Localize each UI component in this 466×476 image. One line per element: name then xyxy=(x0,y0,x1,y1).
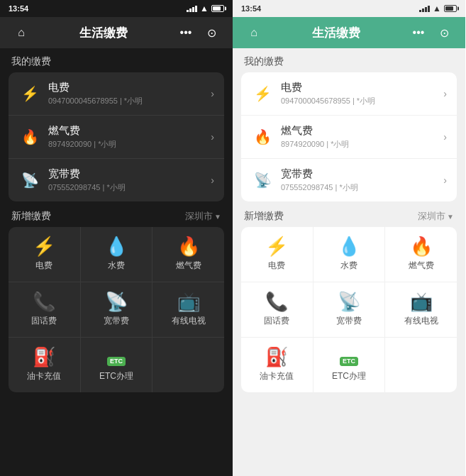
dark-grid-row-2: 📞 固话费 📡 宽带费 📺 有线电视 xyxy=(9,282,224,337)
more-icon[interactable]: ••• xyxy=(409,23,428,43)
dark-city-selector[interactable]: 深圳市 ▼ xyxy=(185,210,221,223)
light-grid-fuelcard[interactable]: ⛽ 油卡充值 xyxy=(241,338,313,392)
dark-grid-gasservice-label: 燃气费 xyxy=(176,260,201,272)
light-city-label: 深圳市 xyxy=(418,210,445,223)
light-content: 我的缴费 ⚡ 电费 0947000045678955 | *小明 › 🔥 燃气费… xyxy=(233,48,465,476)
dark-grid-cabletv-label: 有线电视 xyxy=(172,315,206,327)
dark-payment-gas[interactable]: 🔥 燃气费 8974920090 | *小明 › xyxy=(9,115,224,158)
gas-icon: 🔥 xyxy=(18,126,41,148)
home-icon[interactable]: ⌂ xyxy=(244,23,264,43)
dark-gas-detail: 8974920090 | *小明 xyxy=(48,139,211,150)
dark-electricity-detail: 0947000045678955 | *小明 xyxy=(48,96,211,106)
dark-grid-broadband-label: 宽带费 xyxy=(104,315,129,327)
dark-payments-card: ⚡ 电费 0947000045678955 | *小明 › 🔥 燃气费 8974… xyxy=(9,72,224,201)
chevron-down-icon: ▼ xyxy=(447,213,454,221)
battery-icon xyxy=(211,5,224,12)
light-electricity-name: 电费 xyxy=(281,81,443,94)
battery-icon xyxy=(444,5,457,12)
grid-gasservice-icon: 🔥 xyxy=(177,237,200,255)
dark-grid-fuelcard-label: 油卡充值 xyxy=(27,370,61,382)
broadband-icon: 📡 xyxy=(18,169,41,192)
signal-bars-icon xyxy=(187,6,197,12)
light-grid-landline[interactable]: 📞 固话费 xyxy=(241,282,313,337)
light-payments-card: ⚡ 电费 0947000045678955 | *小明 › 🔥 燃气费 8974… xyxy=(241,72,457,201)
light-nav-right: ••• ⊙ xyxy=(409,23,454,43)
light-grid-gasservice-label: 燃气费 xyxy=(409,260,434,272)
light-grid-cabletv-label: 有线电视 xyxy=(404,315,438,327)
wifi-icon: ▲ xyxy=(433,4,441,13)
dark-electricity-info: 电费 0947000045678955 | *小明 xyxy=(48,81,211,106)
light-new-payments-header: 新增缴费 深圳市 ▼ xyxy=(233,201,465,227)
light-electricity-detail: 0947000045678955 | *小明 xyxy=(281,96,443,106)
more-icon[interactable]: ••• xyxy=(176,23,196,43)
dark-grid-broadband[interactable]: 📡 宽带费 xyxy=(80,282,152,337)
light-nav-title: 生活缴费 xyxy=(312,25,360,41)
grid-broadband-icon: 📡 xyxy=(338,292,360,311)
chevron-right-icon: › xyxy=(443,175,447,186)
dark-grid-fuelcard[interactable]: ⛽ 油卡充值 xyxy=(9,338,80,392)
chevron-right-icon: › xyxy=(211,131,214,143)
chevron-right-icon: › xyxy=(211,175,214,186)
dark-nav-bar: ⌂ 生活缴费 ••• ⊙ xyxy=(0,17,233,48)
dark-payment-broadband[interactable]: 📡 宽带费 075552098745 | *小明 › xyxy=(9,158,224,201)
light-grid-cabletv[interactable]: 📺 有线电视 xyxy=(384,282,457,337)
dark-payment-electricity[interactable]: ⚡ 电费 0947000045678955 | *小明 › xyxy=(9,72,224,115)
dark-grid-etc[interactable]: ETC ETC办理 xyxy=(80,338,152,392)
light-grid-row-3: ⛽ 油卡充值 ETC ETC办理 xyxy=(241,337,457,392)
signal-bars-icon xyxy=(419,6,430,12)
light-electricity-info: 电费 0947000045678955 | *小明 xyxy=(281,81,443,106)
grid-landline-icon: 📞 xyxy=(33,292,55,311)
dark-time: 13:54 xyxy=(9,4,28,13)
dark-grid-card: ⚡ 电费 💧 水费 🔥 燃气费 📞 固话费 📡 xyxy=(9,227,224,392)
target-icon[interactable]: ⊙ xyxy=(201,23,221,43)
dark-broadband-info: 宽带费 075552098745 | *小明 xyxy=(48,167,211,193)
dark-nav-right: ••• ⊙ xyxy=(176,23,221,43)
grid-broadband-icon: 📡 xyxy=(105,292,128,311)
light-payment-electricity[interactable]: ⚡ 电费 0947000045678955 | *小明 › xyxy=(241,72,457,115)
light-payment-gas[interactable]: 🔥 燃气费 8974920090 | *小明 › xyxy=(241,115,457,158)
dark-phone: 13:54 ▲ ⌂ 生活缴费 ••• ⊙ 我的缴费 xyxy=(0,0,233,476)
light-grid-electricity-label: 电费 xyxy=(268,260,285,272)
light-grid-landline-label: 固话费 xyxy=(264,315,289,327)
grid-fuelcard-icon: ⛽ xyxy=(265,348,288,366)
grid-gasservice-icon: 🔥 xyxy=(410,237,433,255)
light-grid-electricity[interactable]: ⚡ 电费 xyxy=(241,227,313,282)
electricity-icon: ⚡ xyxy=(251,82,274,105)
dark-nav-title: 生活缴费 xyxy=(79,25,128,41)
dark-grid-electricity[interactable]: ⚡ 电费 xyxy=(9,227,80,282)
grid-etc-icon: ETC xyxy=(340,348,358,366)
light-payment-broadband[interactable]: 📡 宽带费 075552098745 | *小明 › xyxy=(241,158,457,201)
wifi-icon: ▲ xyxy=(200,4,209,13)
light-grid-empty xyxy=(384,338,457,392)
light-gas-detail: 8974920090 | *小明 xyxy=(281,139,443,150)
light-status-bar: 13:54 ▲ xyxy=(233,0,465,17)
broadband-icon: 📡 xyxy=(251,169,274,192)
light-status-right: ▲ xyxy=(419,4,457,13)
light-grid-etc[interactable]: ETC ETC办理 xyxy=(313,338,385,392)
dark-new-payments-title: 新增缴费 xyxy=(11,210,51,223)
light-nav-bar: ⌂ 生活缴费 ••• ⊙ xyxy=(233,17,465,48)
grid-cabletv-icon: 📺 xyxy=(410,292,433,311)
grid-electricity-icon: ⚡ xyxy=(33,237,55,255)
dark-grid-etc-label: ETC办理 xyxy=(99,370,133,382)
light-city-selector[interactable]: 深圳市 ▼ xyxy=(418,210,454,223)
dark-my-payments-header: 我的缴费 xyxy=(0,48,233,72)
dark-grid-landline[interactable]: 📞 固话费 xyxy=(9,282,80,337)
grid-fuelcard-icon: ⛽ xyxy=(33,348,55,366)
target-icon[interactable]: ⊙ xyxy=(434,23,454,43)
light-grid-gasservice[interactable]: 🔥 燃气费 xyxy=(384,227,457,282)
dark-grid-cabletv[interactable]: 📺 有线电视 xyxy=(152,282,224,337)
light-broadband-detail: 075552098745 | *小明 xyxy=(281,182,443,193)
dark-electricity-name: 电费 xyxy=(48,81,211,94)
grid-etc-icon: ETC xyxy=(107,348,126,366)
light-grid-water[interactable]: 💧 水费 xyxy=(313,227,385,282)
dark-grid-water[interactable]: 💧 水费 xyxy=(80,227,152,282)
light-grid-fuelcard-label: 油卡充值 xyxy=(260,370,294,382)
home-icon[interactable]: ⌂ xyxy=(11,23,31,43)
dark-grid-gasservice[interactable]: 🔥 燃气费 xyxy=(152,227,224,282)
chevron-right-icon: › xyxy=(443,88,447,99)
light-grid-etc-label: ETC办理 xyxy=(332,370,366,382)
chevron-right-icon: › xyxy=(443,131,447,143)
light-grid-broadband[interactable]: 📡 宽带费 xyxy=(313,282,385,337)
dark-new-payments-header: 新增缴费 深圳市 ▼ xyxy=(0,201,233,227)
